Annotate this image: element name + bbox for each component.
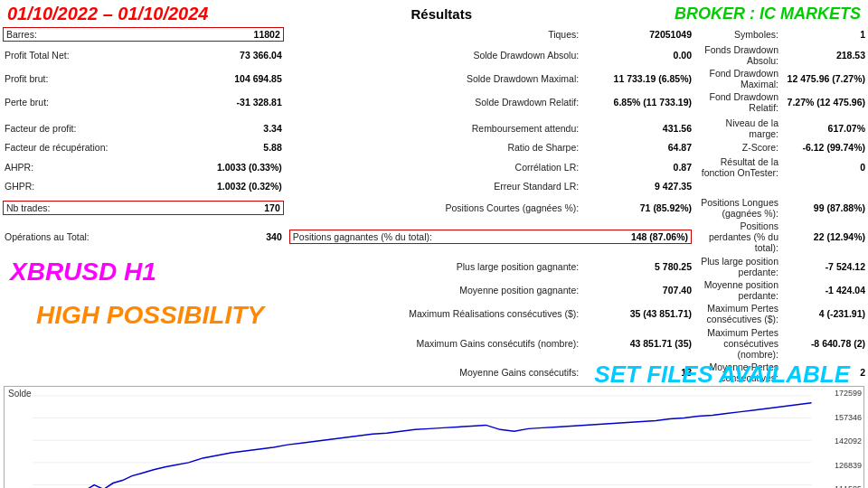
solde-drawdown-relatif-label: Solde Drawdown Relatif:	[287, 90, 581, 114]
table-row: GHPR: 1.0032 (0.32%) Erreur Standard LR:…	[0, 179, 868, 193]
header: 01/10/2022 – 01/10/2024 Résultats BROKER…	[0, 0, 868, 26]
ratio-sharpe-label: Ratio de Sharpe:	[287, 140, 581, 155]
moyenne-perdante-label: Moyenne position perdante:	[694, 278, 781, 302]
chart-svg	[5, 387, 863, 488]
set-files-overlay: SET FILES AVAILABLE	[594, 361, 850, 389]
correlation-lr-value: 0.87	[581, 155, 694, 179]
solde-drawdown-relatif-value: 6.85% (11 733.19)	[581, 90, 694, 114]
table-row: AHPR: 1.0033 (0.33%) Corrélation LR: 0.8…	[0, 155, 868, 179]
resultats-title: Résultats	[410, 6, 472, 22]
niveau-marge-value: 617.07%	[781, 117, 868, 140]
symboles-label: Symboles:	[694, 26, 781, 42]
solde-drawdown-absolu-value: 0.00	[581, 42, 694, 66]
profit-brut-value: 104 694.85	[234, 73, 282, 84]
plus-large-perdante-label: Plus large position perdante:	[694, 255, 781, 278]
plus-large-gagnante-label: Plus large position gagnante:	[287, 255, 581, 278]
moyenne-gagnante-label: Moyenne position gagnante:	[287, 278, 581, 302]
table-row: Profit Total Net: 73 366.04 Solde Drawdo…	[0, 42, 868, 66]
profit-brut-label: Profit brut:	[5, 73, 48, 84]
profit-total-value: 73 366.04	[240, 50, 282, 61]
correlation-lr-label: Corrélation LR:	[287, 155, 581, 179]
max-gains-label: Maximum Gains consécutifs (nombre):	[287, 326, 581, 361]
operations-value: 340	[266, 231, 282, 242]
nb-trades-box: Nb trades: 170	[3, 201, 284, 215]
table-row: XBRUSD H1 Plus large position gagnante: …	[0, 255, 868, 278]
positions-perdantes-label: Positions perdantes (% du total):	[694, 220, 781, 254]
facteur-recuperation-label: Facteur de récupération:	[5, 142, 108, 153]
max-realisations-label: Maximum Réalisations consécutives ($):	[287, 302, 581, 325]
positions-gagnantes-value: 148 (87.06%)	[631, 231, 688, 242]
table-row: Facteur de récupération: 5.88 Ratio de S…	[0, 140, 868, 155]
fonds-drawdown-absolu-label: Fonds Drawdown Absolu:	[694, 42, 781, 66]
broker-info: BROKER : IC MARKETS	[675, 5, 861, 23]
facteur-profit-value: 3.34	[263, 123, 281, 134]
resultat-on-tester-label: Résultat de la fonction OnTester:	[694, 155, 781, 179]
main-data-table: Barres: 11802 Tiques: 72051049 Symboles:…	[0, 26, 868, 384]
remboursement-label: Remboursement attendu:	[287, 117, 581, 140]
z-score-label: Z-Score:	[694, 140, 781, 155]
positions-longues-label: Positions Longues (gagnées %):	[694, 196, 781, 220]
profit-total-label: Profit Total Net:	[5, 50, 70, 61]
moyenne-gains-label: Moyenne Gains consécutifs:	[287, 361, 581, 384]
positions-gagnantes-label: Positions gagnantes (% du total):	[293, 231, 432, 242]
chart-area: Solde 172599 157346 142092 126839 111585…	[4, 386, 864, 488]
z-score-value: -6.12 (99.74%)	[781, 140, 868, 155]
nb-trades-label: Nb trades:	[6, 202, 50, 213]
solde-drawdown-maximal-value: 11 733.19 (6.85%)	[581, 67, 694, 90]
ghpr-value: 1.0032 (0.32%)	[217, 181, 282, 192]
fond-drawdown-relatif-value: 7.27% (12 475.96)	[781, 90, 868, 114]
remboursement-value: 431.56	[581, 117, 694, 140]
table-row: Facteur de profit: 3.34 Remboursement at…	[0, 117, 868, 140]
table-row: Nb trades: 170 Positions Courtes (gagnée…	[0, 196, 868, 220]
tiques-label: Tiques:	[548, 29, 579, 40]
operations-label: Opérations au Total:	[5, 231, 90, 242]
niveau-marge-label: Niveau de la marge:	[694, 117, 781, 140]
tiques-value: 72051049	[581, 26, 694, 42]
symboles-value: 1	[781, 26, 868, 42]
barres-value: 11802	[254, 29, 280, 40]
resultat-on-tester-value: 0	[781, 155, 868, 179]
solde-drawdown-absolu-label: Solde Drawdown Absolu:	[287, 42, 581, 66]
table-row: Perte brut: -31 328.81 Solde Drawdown Re…	[0, 90, 868, 114]
ahpr-label: AHPR:	[5, 162, 33, 173]
moyenne-gagnante-value: 707.40	[581, 278, 694, 302]
max-realisations-value: 35 (43 851.71)	[581, 302, 694, 325]
max-pertes-label: Maximum Pertes consécutives ($):	[694, 302, 781, 325]
date-range: 01/10/2022 – 01/10/2024	[7, 4, 208, 24]
table-row: Opérations au Total: 340 Positions gagna…	[0, 220, 868, 254]
xbrusd-label: XBRUSD H1	[3, 256, 284, 288]
max-pertes-nombre-label: Maximum Pertes consécutives (nombre):	[694, 326, 781, 361]
fond-drawdown-relatif-label: Fond Drawdown Relatif:	[694, 90, 781, 114]
positions-gagnantes-box: Positions gagnantes (% du total): 148 (8…	[289, 230, 692, 244]
barres-label: Barres:	[6, 29, 37, 40]
barres-box: Barres: 11802	[3, 27, 284, 42]
max-pertes-value: 4 (-231.91)	[781, 302, 868, 325]
plus-large-perdante-value: -7 524.12	[781, 255, 868, 278]
ahpr-value: 1.0033 (0.33%)	[217, 162, 282, 173]
plus-large-gagnante-value: 5 780.25	[581, 255, 694, 278]
fond-drawdown-maximal-label: Fond Drawdown Maximal:	[694, 67, 781, 90]
positions-longues-value: 99 (87.88%)	[781, 196, 868, 220]
perte-brut-value: -31 328.81	[237, 97, 282, 108]
facteur-profit-label: Facteur de profit:	[5, 123, 76, 134]
max-gains-value: 43 851.71 (35)	[581, 326, 694, 361]
positions-courtes-label: Positions Courtes (gagnées %):	[287, 196, 581, 220]
solde-drawdown-maximal-label: Solde Drawdown Maximal:	[287, 67, 581, 90]
nb-trades-value: 170	[264, 202, 280, 213]
table-row: Barres: 11802 Tiques: 72051049 Symboles:…	[0, 26, 868, 42]
fond-drawdown-maximal-value: 12 475.96 (7.27%)	[781, 67, 868, 90]
ratio-sharpe-value: 64.87	[581, 140, 694, 155]
fonds-drawdown-absolu-value: 218.53	[781, 42, 868, 66]
high-possibility-overlay: HIGH POSSIBILITY	[36, 301, 264, 330]
ghpr-label: GHPR:	[5, 181, 34, 192]
positions-courtes-value: 71 (85.92%)	[581, 196, 694, 220]
positions-perdantes-value: 22 (12.94%)	[781, 220, 868, 254]
moyenne-perdante-value: -1 424.04	[781, 278, 868, 302]
erreur-standard-label: Erreur Standard LR:	[287, 179, 581, 193]
max-pertes-nombre-value: -8 640.78 (2)	[781, 326, 868, 361]
table-row: Profit brut: 104 694.85 Solde Drawdown M…	[0, 67, 868, 90]
erreur-standard-value: 9 427.35	[581, 179, 694, 193]
perte-brut-label: Perte brut:	[5, 97, 49, 108]
facteur-recuperation-value: 5.88	[263, 142, 281, 153]
